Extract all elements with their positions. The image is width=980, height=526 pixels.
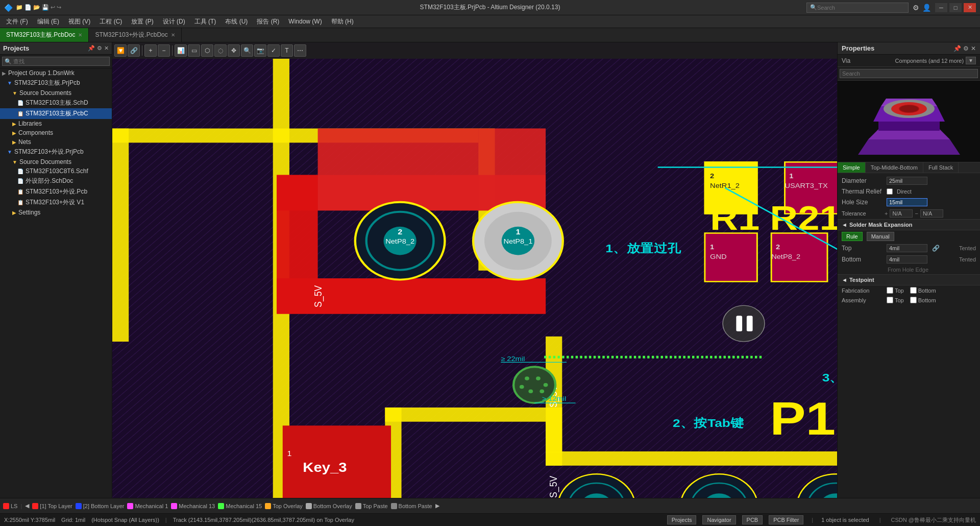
bottom-value-input[interactable] <box>887 255 927 264</box>
menu-route[interactable]: 布线 (U) <box>221 16 252 27</box>
tree-item-0[interactable]: ▶Project Group 1.DsnWrk <box>0 68 112 78</box>
menu-window[interactable]: Window (W) <box>284 17 326 26</box>
move-tool[interactable]: ✥ <box>228 44 240 57</box>
pcb-canvas[interactable]: 🔽 🔗 + − 📊 ▭ ⬡ ◌ ✥ 🔍 📷 ✓ T ⋯ <box>112 42 837 498</box>
menu-view[interactable]: 视图 (V) <box>64 16 94 27</box>
menu-file[interactable]: 文件 (F) <box>2 16 32 27</box>
menu-design[interactable]: 设计 (D) <box>159 16 189 27</box>
settings-icon[interactable]: ⚙ <box>913 4 919 12</box>
layer-mech1[interactable]: Mechanical 1 <box>127 503 168 509</box>
menu-tools[interactable]: 工具 (T) <box>190 16 220 27</box>
filter-components-button[interactable]: ▼ <box>966 57 976 64</box>
fab-top-checkbox[interactable] <box>887 287 893 294</box>
sidebar-pin-icon[interactable]: 📌 <box>88 45 95 52</box>
tree-item-1[interactable]: ▼STM32F103主板.PrjPcb <box>0 78 112 88</box>
undo-icon[interactable]: ↩ <box>51 4 55 11</box>
close-button[interactable]: ✕ <box>964 3 976 12</box>
tree-item-11[interactable]: 📄外设部分.SchDoc <box>0 176 112 186</box>
layer-top[interactable]: [1] Top Layer <box>32 503 72 509</box>
tree-item-4[interactable]: 📋STM32F103主板.PcbC <box>0 108 112 119</box>
diameter-input[interactable] <box>887 177 927 185</box>
tolerance-minus-input[interactable] <box>920 209 943 218</box>
tree-item-6[interactable]: ▶Components <box>0 128 112 137</box>
prop-search-input[interactable] <box>840 69 978 78</box>
pcb-filter-tab-btn[interactable]: PCB Filter <box>769 515 803 524</box>
tolerance-plus-input[interactable] <box>890 209 913 218</box>
rect-tool[interactable]: ▭ <box>188 44 200 57</box>
hole-size-input[interactable] <box>887 198 927 206</box>
tab-top-middle-bottom[interactable]: Top-Middle-Bottom <box>866 162 923 173</box>
layer-ls[interactable]: LS <box>3 503 17 509</box>
tree-item-13[interactable]: 📋STM32F103+外设 V1 <box>0 197 112 208</box>
maximize-button[interactable]: □ <box>949 3 962 12</box>
layer-bottom[interactable]: [2] Bottom Layer <box>76 503 125 509</box>
props-pin-icon[interactable]: 📌 <box>953 45 961 52</box>
account-icon[interactable]: 👤 <box>922 4 931 12</box>
tab-ext-pcb[interactable]: STM32F103+外设.PcbDoc ✕ <box>89 28 181 42</box>
sidebar-search-input[interactable] <box>2 57 110 66</box>
sidebar-close-icon[interactable]: ✕ <box>104 45 109 52</box>
quick-access-icon[interactable]: 📁 <box>16 4 23 11</box>
poly-tool[interactable]: ⬡ <box>201 44 213 57</box>
open-icon[interactable]: 📂 <box>33 4 40 11</box>
sidebar-settings-icon[interactable]: ⚙ <box>97 45 102 52</box>
projects-tab-btn[interactable]: Projects <box>667 515 697 524</box>
next-layer-button[interactable]: ▶ <box>435 503 439 509</box>
tree-item-3[interactable]: 📄STM32F103主板.SchD <box>0 98 112 108</box>
title-search-input[interactable] <box>817 5 899 11</box>
tree-item-12[interactable]: 📋STM32F103+外设.Pcb <box>0 186 112 197</box>
net-tool[interactable]: 🔗 <box>128 44 140 57</box>
remove-tool[interactable]: − <box>158 44 170 57</box>
check-tool[interactable]: ✓ <box>267 44 280 57</box>
tree-item-8[interactable]: ▼STM32F103+外设.PrjPcb <box>0 147 112 157</box>
new-icon[interactable]: 📄 <box>24 4 32 11</box>
asm-top-checkbox[interactable] <box>887 297 893 303</box>
navigator-tab-btn[interactable]: Navigator <box>702 515 736 524</box>
layer-top-overlay[interactable]: Top Overlay <box>265 503 303 509</box>
camera-tool[interactable]: 📷 <box>254 44 266 57</box>
layer-top-paste[interactable]: Top Paste <box>355 503 388 509</box>
tree-item-7[interactable]: ▶Nets <box>0 137 112 147</box>
layer-mech13[interactable]: Mechanical 13 <box>171 503 215 509</box>
save-icon[interactable]: 💾 <box>42 4 49 11</box>
tree-item-14[interactable]: ▶Settings <box>0 208 112 217</box>
text-tool[interactable]: T <box>281 44 293 57</box>
pcb-visualization[interactable]: S_5V S_5V S_5V 2 NetR1_2 1 USART3_TX 1 U… <box>112 59 837 498</box>
prev-layer-button[interactable]: ◀ <box>25 503 29 509</box>
tree-item-2[interactable]: ▼Source Documents <box>0 88 112 98</box>
redo-icon[interactable]: ↪ <box>57 4 61 11</box>
tab-full-stack[interactable]: Full Stack <box>923 162 959 173</box>
tab-main-pcb-close[interactable]: ✕ <box>78 32 82 38</box>
layer-bottom-overlay[interactable]: Bottom Overlay <box>306 503 352 509</box>
solder-mask-section-header[interactable]: ◄ Solder Mask Expansion <box>838 219 980 230</box>
asm-bottom-checkbox[interactable] <box>910 297 917 303</box>
arc-tool[interactable]: ◌ <box>214 44 227 57</box>
tree-item-10[interactable]: 📄STM32F103C8T6.Schf <box>0 166 112 176</box>
thermal-relief-checkbox[interactable] <box>887 188 893 195</box>
menu-report[interactable]: 报告 (R) <box>253 16 283 27</box>
menu-project[interactable]: 工程 (C) <box>95 16 126 27</box>
tab-ext-pcb-close[interactable]: ✕ <box>171 32 175 38</box>
testpoint-section-header[interactable]: ◄ Testpoint <box>838 274 980 285</box>
tab-simple[interactable]: Simple <box>838 162 866 173</box>
rule-button[interactable]: Rule <box>842 232 863 241</box>
tab-main-pcb[interactable]: STM32F103主板.PcbDoc ✕ <box>0 28 89 42</box>
manual-button[interactable]: Manual <box>867 232 894 241</box>
tree-item-9[interactable]: ▼Source Documents <box>0 157 112 166</box>
props-settings-icon[interactable]: ⚙ <box>963 45 969 52</box>
title-search-box[interactable]: 🔍 <box>806 3 909 13</box>
zoom-tool[interactable]: 🔍 <box>241 44 253 57</box>
menu-place[interactable]: 放置 (P) <box>127 16 157 27</box>
layer-mech15[interactable]: Mechanical 15 <box>218 503 262 509</box>
top-value-input[interactable] <box>887 244 927 252</box>
fab-bottom-checkbox[interactable] <box>910 287 917 294</box>
pcb-tab-btn[interactable]: PCB <box>742 515 763 524</box>
tree-item-5[interactable]: ▶Libraries <box>0 119 112 128</box>
minimize-button[interactable]: ─ <box>935 3 947 12</box>
menu-edit[interactable]: 编辑 (E) <box>33 16 63 27</box>
filter-tool[interactable]: 🔽 <box>114 44 127 57</box>
more-tool[interactable]: ⋯ <box>294 44 306 57</box>
props-close-icon[interactable]: ✕ <box>971 45 976 52</box>
menu-help[interactable]: 帮助 (H) <box>327 16 358 27</box>
add-tool[interactable]: + <box>144 44 157 57</box>
